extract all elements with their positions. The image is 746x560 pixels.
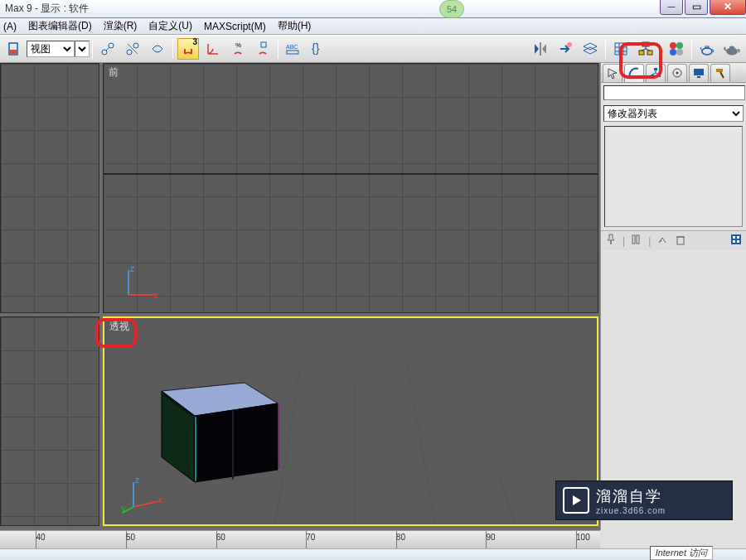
svg-marker-20 [584,47,597,54]
stack-icon [630,233,643,246]
svg-rect-21 [615,43,627,55]
separator [661,39,661,59]
named-selection-button[interactable]: ABC [283,38,304,60]
watermark-url: zixue.3d66.com [596,506,666,515]
quick-render-button[interactable] [721,38,743,60]
svg-rect-28 [647,51,652,55]
angle-snap-button[interactable] [202,38,224,60]
page-icon [7,41,22,56]
svg-text:{}: {} [312,41,320,55]
tab-create[interactable] [603,64,622,82]
title-bar: Max 9 - 显示 : 软件 ─ ▭ ✕ [0,0,746,18]
spinner-snap-button[interactable] [252,38,274,60]
grid [1,317,99,525]
svg-rect-65 [694,69,704,75]
monitor-icon [692,66,705,80]
maximize-button[interactable]: ▭ [685,0,708,15]
modifier-stack[interactable] [604,126,743,227]
svg-text:z: z [130,264,134,273]
configure-modifier-sets-button[interactable] [729,233,743,249]
new-scene-button[interactable] [3,38,25,60]
main-toolbar: 视图 3 % ABC {} [0,35,746,63]
svg-rect-77 [733,240,735,243]
minimize-button[interactable]: ─ [660,0,683,15]
pin-stack-button[interactable] [604,233,618,249]
separator [691,39,692,59]
braces-icon: {} [310,41,327,57]
make-unique-button[interactable] [656,233,669,249]
svg-rect-74 [731,234,741,244]
svg-rect-37 [705,46,709,48]
play-icon [563,487,589,514]
show-end-result-button[interactable] [630,233,643,249]
spheres-icon [668,41,685,57]
svg-marker-54 [278,403,279,470]
layers-button[interactable] [579,38,601,60]
watermark: 溜溜自学 zixue.3d66.com [555,480,733,520]
svg-rect-67 [716,69,723,72]
viewport-bottom-left[interactable] [0,316,99,526]
svg-rect-70 [637,235,639,244]
mirror-button[interactable] [530,38,551,60]
object-name-input[interactable] [603,85,745,100]
tab-hierarchy[interactable] [646,64,666,82]
cursor-icon [606,66,619,80]
view-mode-select-arrow[interactable] [75,41,90,57]
modifier-stack-toolbar: | | [601,230,746,250]
align-arrow-icon [557,41,574,57]
svg-marker-52 [195,403,278,482]
menu-maxscript[interactable]: MAXScript(M) [204,21,266,32]
tab-display[interactable] [689,64,709,82]
svg-point-71 [660,240,661,242]
scene-box-object[interactable] [137,358,303,490]
svg-line-46 [133,501,158,507]
svg-point-64 [676,72,679,75]
menu-render[interactable]: 渲染(R) [104,19,138,33]
menu-custom[interactable]: 自定义(U) [148,19,192,33]
snap-toggle-button[interactable]: 3 [177,38,199,60]
svg-rect-59 [657,75,661,77]
tab-motion[interactable] [667,64,687,82]
curve-editor-button[interactable] [610,38,632,60]
svg-rect-75 [733,236,735,239]
viewport-front[interactable]: 前 zx [103,63,598,313]
svg-marker-19 [584,43,597,50]
tab-utilities[interactable] [710,64,730,82]
svg-marker-15 [535,44,539,54]
group-button[interactable]: {} [308,38,329,60]
svg-point-5 [127,50,132,55]
unique-icon [656,233,669,246]
svg-rect-69 [632,235,635,244]
bind-space-warp-button[interactable] [147,38,168,60]
watermark-brand: 溜溜自学 [596,486,666,506]
tab-modify[interactable] [624,64,644,82]
viewport-top-left[interactable] [0,63,99,313]
spinner-snap-icon [254,41,271,57]
menu-a[interactable]: (A) [3,21,17,32]
grid [1,64,99,312]
unlink-button[interactable] [122,38,143,60]
arc-icon [627,66,641,80]
link-button[interactable] [97,38,119,60]
schematic-view-button[interactable] [635,38,656,60]
abc-icon: ABC [285,41,302,57]
layers-icon [582,41,598,57]
render-setup-button[interactable] [696,38,718,60]
svg-point-36 [702,48,712,55]
svg-marker-53 [195,416,196,482]
svg-point-32 [670,42,676,49]
align-button[interactable] [555,38,576,60]
close-button[interactable]: ✕ [710,0,746,15]
separator [278,39,279,59]
percent-snap-button[interactable]: % [227,38,249,60]
menu-graph-editor[interactable]: 图表编辑器(D) [28,19,92,33]
axis-gizmo: zx [120,262,162,306]
modifier-list-select[interactable]: 修改器列表 [603,105,744,122]
view-mode-select[interactable]: 视图 [27,41,75,57]
menu-help[interactable]: 帮助(H) [278,19,312,33]
time-ruler[interactable]: 40 50 60 70 80 90 100 [0,530,600,548]
material-editor-button[interactable] [666,38,687,60]
motion-wheel-icon [671,66,684,80]
remove-modifier-button[interactable] [674,233,687,249]
trash-icon [674,233,687,246]
